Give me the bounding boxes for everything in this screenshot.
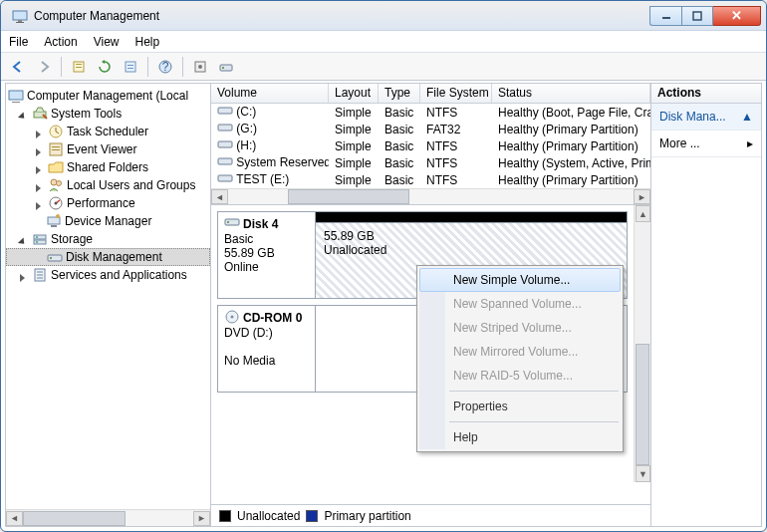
ctx-new-spanned-volume: New Spanned Volume... xyxy=(419,292,621,316)
app-icon xyxy=(12,8,28,24)
svg-point-33 xyxy=(36,236,38,238)
tree-services[interactable]: Services and Applications xyxy=(6,266,210,284)
volume-row[interactable]: (H:) Simple Basic NTFS Healthy (Primary … xyxy=(211,137,650,154)
svg-point-24 xyxy=(51,179,57,185)
disk-info: Disk 4 Basic 55.89 GB Online xyxy=(218,212,316,298)
col-volume[interactable]: Volume xyxy=(211,84,329,103)
legend: Unallocated Primary partition xyxy=(211,504,650,526)
svg-point-36 xyxy=(50,257,52,259)
computer-management-window: Computer Management ✕ File Action View H… xyxy=(0,0,767,532)
tree-local-users[interactable]: Local Users and Groups xyxy=(6,176,210,194)
col-layout[interactable]: Layout xyxy=(329,84,379,103)
window-title: Computer Management xyxy=(34,9,649,23)
svg-rect-17 xyxy=(9,91,23,100)
tree-hscrollbar[interactable]: ◄► xyxy=(6,509,210,526)
collapse-icon: ▲ xyxy=(741,110,753,124)
navigation-tree-pane: Computer Management (Local System Tools … xyxy=(6,84,211,526)
svg-point-44 xyxy=(227,221,229,223)
svg-rect-42 xyxy=(218,175,232,181)
export-icon[interactable] xyxy=(120,56,141,78)
tree-performance[interactable]: Performance xyxy=(6,194,210,212)
ctx-new-mirrored-volume: New Mirrored Volume... xyxy=(419,340,621,364)
tree-systools-label: System Tools xyxy=(51,107,122,121)
toolbar: ? xyxy=(1,53,766,81)
minimize-button[interactable] xyxy=(649,6,681,26)
ctx-help[interactable]: Help xyxy=(419,425,621,449)
content-pane: Volume Layout Type File System Status (C… xyxy=(211,84,651,526)
svg-rect-39 xyxy=(218,125,232,131)
disklayout-vscrollbar[interactable]: ▲ ▼ xyxy=(634,205,650,482)
menu-help[interactable]: Help xyxy=(135,35,160,49)
vollist-hscrollbar[interactable]: ◄► xyxy=(211,188,650,205)
menu-bar: File Action View Help xyxy=(1,31,766,53)
back-button[interactable] xyxy=(7,56,29,78)
col-fs[interactable]: File System xyxy=(420,84,492,103)
volume-list: (C:) Simple Basic NTFS Healthy (Boot, Pa… xyxy=(211,104,650,188)
svg-rect-4 xyxy=(693,12,701,20)
volume-row[interactable]: System Reserved Simple Basic NTFS Health… xyxy=(211,154,650,171)
menu-file[interactable]: File xyxy=(9,35,28,49)
properties-icon[interactable] xyxy=(68,56,90,78)
refresh-icon[interactable] xyxy=(94,56,116,78)
settings-icon[interactable] xyxy=(189,56,211,78)
svg-rect-22 xyxy=(52,146,60,147)
drive-icon[interactable] xyxy=(215,56,237,78)
svg-point-30 xyxy=(56,214,60,218)
svg-rect-0 xyxy=(13,11,27,20)
svg-rect-6 xyxy=(76,64,82,65)
svg-rect-38 xyxy=(218,108,232,114)
tree-device-manager[interactable]: Device Manager xyxy=(6,212,210,230)
svg-rect-2 xyxy=(16,22,24,23)
svg-text:?: ? xyxy=(162,60,169,74)
col-status[interactable]: Status xyxy=(492,84,650,103)
svg-rect-15 xyxy=(220,65,232,71)
col-type[interactable]: Type xyxy=(379,84,420,103)
svg-rect-23 xyxy=(52,149,60,150)
tree-event-viewer[interactable]: Event Viewer xyxy=(6,140,210,158)
tree-shared-folders[interactable]: Shared Folders xyxy=(6,158,210,176)
volume-row[interactable]: (G:) Simple Basic FAT32 Healthy (Primary… xyxy=(211,121,650,137)
svg-rect-31 xyxy=(34,235,46,239)
svg-point-14 xyxy=(198,65,202,69)
svg-rect-18 xyxy=(12,102,20,103)
tree-disk-management[interactable]: Disk Management xyxy=(6,248,210,266)
volume-row[interactable]: TEST (E:) Simple Basic NTFS Healthy (Pri… xyxy=(211,171,650,188)
legend-unallocated-swatch xyxy=(219,510,231,522)
tree-system-tools[interactable]: System Tools xyxy=(6,105,210,123)
disk-info: CD-ROM 0 DVD (D:) No Media xyxy=(218,306,316,392)
maximize-button[interactable] xyxy=(681,6,713,26)
svg-rect-9 xyxy=(128,65,133,66)
context-menu: New Simple Volume... New Spanned Volume.… xyxy=(416,265,624,452)
svg-point-25 xyxy=(57,181,62,186)
svg-rect-8 xyxy=(126,62,135,72)
svg-rect-3 xyxy=(662,17,670,19)
actions-disk-management[interactable]: Disk Mana... ▲ xyxy=(651,104,761,131)
client-area: Computer Management (Local System Tools … xyxy=(5,83,762,527)
menu-view[interactable]: View xyxy=(94,35,120,49)
svg-rect-40 xyxy=(218,141,232,147)
ctx-properties[interactable]: Properties xyxy=(419,395,621,418)
svg-rect-29 xyxy=(51,225,57,227)
menu-action[interactable]: Action xyxy=(44,35,77,49)
tree-root[interactable]: Computer Management (Local xyxy=(6,87,210,105)
close-button[interactable]: ✕ xyxy=(713,6,761,26)
svg-rect-7 xyxy=(76,67,82,68)
forward-button[interactable] xyxy=(33,56,55,78)
volume-row[interactable]: (C:) Simple Basic NTFS Healthy (Boot, Pa… xyxy=(211,104,650,121)
svg-rect-10 xyxy=(128,68,133,69)
svg-point-16 xyxy=(222,67,224,69)
help-icon[interactable]: ? xyxy=(154,56,176,78)
tree-storage[interactable]: Storage xyxy=(6,230,210,248)
ctx-new-simple-volume[interactable]: New Simple Volume... xyxy=(419,268,621,292)
svg-rect-1 xyxy=(18,20,22,22)
tree-root-label: Computer Management (Local xyxy=(27,89,188,103)
legend-primary-swatch xyxy=(306,510,318,522)
actions-header: Actions xyxy=(651,84,761,104)
svg-point-46 xyxy=(231,316,234,319)
titlebar[interactable]: Computer Management ✕ xyxy=(1,1,766,31)
svg-point-27 xyxy=(55,202,58,205)
actions-more[interactable]: More ... ▸ xyxy=(651,131,761,157)
actions-pane: Actions Disk Mana... ▲ More ... ▸ xyxy=(651,84,761,526)
tree-task-scheduler[interactable]: Task Scheduler xyxy=(6,123,210,140)
svg-rect-32 xyxy=(34,240,46,244)
